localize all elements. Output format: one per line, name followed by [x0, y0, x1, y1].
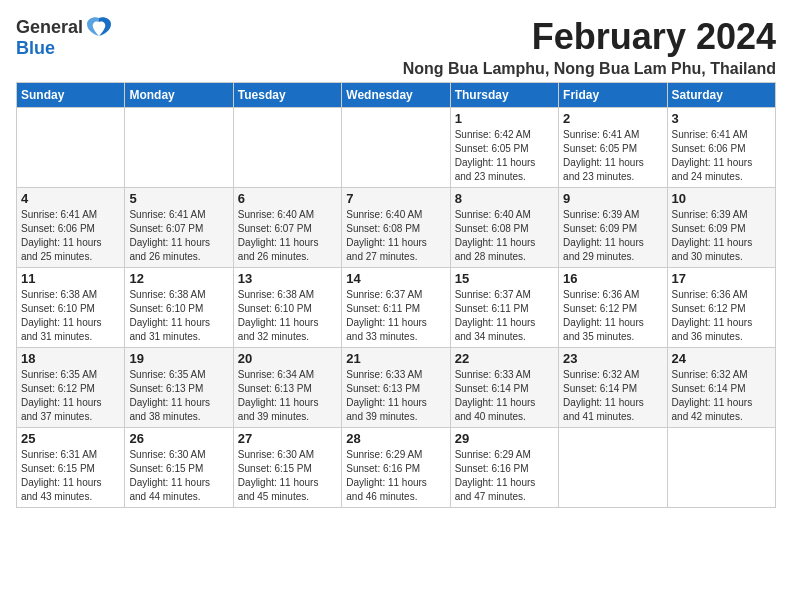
- cell-detail: Sunrise: 6:41 AM Sunset: 6:07 PM Dayligh…: [129, 208, 228, 264]
- day-number: 11: [21, 271, 120, 286]
- cell-detail: Sunrise: 6:38 AM Sunset: 6:10 PM Dayligh…: [129, 288, 228, 344]
- cell-content: 1Sunrise: 6:42 AM Sunset: 6:05 PM Daylig…: [455, 111, 554, 184]
- day-number: 25: [21, 431, 120, 446]
- day-number: 27: [238, 431, 337, 446]
- cell-content: 5Sunrise: 6:41 AM Sunset: 6:07 PM Daylig…: [129, 191, 228, 264]
- calendar-cell: [667, 428, 775, 508]
- cell-detail: Sunrise: 6:35 AM Sunset: 6:13 PM Dayligh…: [129, 368, 228, 424]
- cell-content: 19Sunrise: 6:35 AM Sunset: 6:13 PM Dayli…: [129, 351, 228, 424]
- calendar-row-0: 1Sunrise: 6:42 AM Sunset: 6:05 PM Daylig…: [17, 108, 776, 188]
- day-number: 7: [346, 191, 445, 206]
- cell-detail: Sunrise: 6:31 AM Sunset: 6:15 PM Dayligh…: [21, 448, 120, 504]
- weekday-header-thursday: Thursday: [450, 83, 558, 108]
- calendar-cell: 16Sunrise: 6:36 AM Sunset: 6:12 PM Dayli…: [559, 268, 667, 348]
- calendar-cell: 25Sunrise: 6:31 AM Sunset: 6:15 PM Dayli…: [17, 428, 125, 508]
- cell-detail: Sunrise: 6:39 AM Sunset: 6:09 PM Dayligh…: [672, 208, 771, 264]
- calendar-cell: [342, 108, 450, 188]
- main-title: February 2024: [113, 16, 776, 58]
- day-number: 2: [563, 111, 662, 126]
- calendar-cell: 29Sunrise: 6:29 AM Sunset: 6:16 PM Dayli…: [450, 428, 558, 508]
- day-number: 10: [672, 191, 771, 206]
- calendar-cell: 18Sunrise: 6:35 AM Sunset: 6:12 PM Dayli…: [17, 348, 125, 428]
- cell-detail: Sunrise: 6:29 AM Sunset: 6:16 PM Dayligh…: [346, 448, 445, 504]
- cell-content: 4Sunrise: 6:41 AM Sunset: 6:06 PM Daylig…: [21, 191, 120, 264]
- cell-detail: Sunrise: 6:38 AM Sunset: 6:10 PM Dayligh…: [21, 288, 120, 344]
- calendar-cell: 15Sunrise: 6:37 AM Sunset: 6:11 PM Dayli…: [450, 268, 558, 348]
- cell-content: 15Sunrise: 6:37 AM Sunset: 6:11 PM Dayli…: [455, 271, 554, 344]
- calendar-cell: 11Sunrise: 6:38 AM Sunset: 6:10 PM Dayli…: [17, 268, 125, 348]
- day-number: 8: [455, 191, 554, 206]
- calendar-cell: 13Sunrise: 6:38 AM Sunset: 6:10 PM Dayli…: [233, 268, 341, 348]
- logo-general: General: [16, 17, 83, 38]
- day-number: 23: [563, 351, 662, 366]
- day-number: 12: [129, 271, 228, 286]
- calendar-cell: 10Sunrise: 6:39 AM Sunset: 6:09 PM Dayli…: [667, 188, 775, 268]
- calendar-cell: 3Sunrise: 6:41 AM Sunset: 6:06 PM Daylig…: [667, 108, 775, 188]
- weekday-header-row: SundayMondayTuesdayWednesdayThursdayFrid…: [17, 83, 776, 108]
- cell-content: 14Sunrise: 6:37 AM Sunset: 6:11 PM Dayli…: [346, 271, 445, 344]
- cell-detail: Sunrise: 6:36 AM Sunset: 6:12 PM Dayligh…: [672, 288, 771, 344]
- day-number: 21: [346, 351, 445, 366]
- calendar-cell: 6Sunrise: 6:40 AM Sunset: 6:07 PM Daylig…: [233, 188, 341, 268]
- calendar-cell: 28Sunrise: 6:29 AM Sunset: 6:16 PM Dayli…: [342, 428, 450, 508]
- calendar-cell: 27Sunrise: 6:30 AM Sunset: 6:15 PM Dayli…: [233, 428, 341, 508]
- cell-content: 29Sunrise: 6:29 AM Sunset: 6:16 PM Dayli…: [455, 431, 554, 504]
- cell-detail: Sunrise: 6:40 AM Sunset: 6:07 PM Dayligh…: [238, 208, 337, 264]
- calendar-cell: 21Sunrise: 6:33 AM Sunset: 6:13 PM Dayli…: [342, 348, 450, 428]
- day-number: 26: [129, 431, 228, 446]
- cell-detail: Sunrise: 6:38 AM Sunset: 6:10 PM Dayligh…: [238, 288, 337, 344]
- weekday-header-friday: Friday: [559, 83, 667, 108]
- cell-detail: Sunrise: 6:42 AM Sunset: 6:05 PM Dayligh…: [455, 128, 554, 184]
- cell-content: 23Sunrise: 6:32 AM Sunset: 6:14 PM Dayli…: [563, 351, 662, 424]
- calendar-cell: 23Sunrise: 6:32 AM Sunset: 6:14 PM Dayli…: [559, 348, 667, 428]
- day-number: 4: [21, 191, 120, 206]
- cell-content: 2Sunrise: 6:41 AM Sunset: 6:05 PM Daylig…: [563, 111, 662, 184]
- day-number: 3: [672, 111, 771, 126]
- sub-title: Nong Bua Lamphu, Nong Bua Lam Phu, Thail…: [113, 60, 776, 78]
- cell-content: 17Sunrise: 6:36 AM Sunset: 6:12 PM Dayli…: [672, 271, 771, 344]
- cell-content: 21Sunrise: 6:33 AM Sunset: 6:13 PM Dayli…: [346, 351, 445, 424]
- day-number: 14: [346, 271, 445, 286]
- calendar-row-4: 25Sunrise: 6:31 AM Sunset: 6:15 PM Dayli…: [17, 428, 776, 508]
- calendar-cell: 4Sunrise: 6:41 AM Sunset: 6:06 PM Daylig…: [17, 188, 125, 268]
- calendar-cell: 17Sunrise: 6:36 AM Sunset: 6:12 PM Dayli…: [667, 268, 775, 348]
- cell-content: 26Sunrise: 6:30 AM Sunset: 6:15 PM Dayli…: [129, 431, 228, 504]
- cell-detail: Sunrise: 6:33 AM Sunset: 6:14 PM Dayligh…: [455, 368, 554, 424]
- header: General Blue February 2024 Nong Bua Lamp…: [16, 16, 776, 78]
- calendar-cell: 8Sunrise: 6:40 AM Sunset: 6:08 PM Daylig…: [450, 188, 558, 268]
- cell-content: 25Sunrise: 6:31 AM Sunset: 6:15 PM Dayli…: [21, 431, 120, 504]
- cell-content: 20Sunrise: 6:34 AM Sunset: 6:13 PM Dayli…: [238, 351, 337, 424]
- calendar-cell: [17, 108, 125, 188]
- calendar-cell: 7Sunrise: 6:40 AM Sunset: 6:08 PM Daylig…: [342, 188, 450, 268]
- cell-content: 10Sunrise: 6:39 AM Sunset: 6:09 PM Dayli…: [672, 191, 771, 264]
- weekday-header-monday: Monday: [125, 83, 233, 108]
- cell-detail: Sunrise: 6:37 AM Sunset: 6:11 PM Dayligh…: [455, 288, 554, 344]
- cell-detail: Sunrise: 6:41 AM Sunset: 6:05 PM Dayligh…: [563, 128, 662, 184]
- calendar-table: SundayMondayTuesdayWednesdayThursdayFrid…: [16, 82, 776, 508]
- cell-detail: Sunrise: 6:29 AM Sunset: 6:16 PM Dayligh…: [455, 448, 554, 504]
- cell-detail: Sunrise: 6:40 AM Sunset: 6:08 PM Dayligh…: [455, 208, 554, 264]
- cell-content: 27Sunrise: 6:30 AM Sunset: 6:15 PM Dayli…: [238, 431, 337, 504]
- calendar-cell: 9Sunrise: 6:39 AM Sunset: 6:09 PM Daylig…: [559, 188, 667, 268]
- weekday-header-tuesday: Tuesday: [233, 83, 341, 108]
- weekday-header-saturday: Saturday: [667, 83, 775, 108]
- calendar-cell: [559, 428, 667, 508]
- cell-content: 9Sunrise: 6:39 AM Sunset: 6:09 PM Daylig…: [563, 191, 662, 264]
- cell-content: 28Sunrise: 6:29 AM Sunset: 6:16 PM Dayli…: [346, 431, 445, 504]
- logo-blue: Blue: [16, 38, 55, 59]
- cell-detail: Sunrise: 6:40 AM Sunset: 6:08 PM Dayligh…: [346, 208, 445, 264]
- calendar-cell: 1Sunrise: 6:42 AM Sunset: 6:05 PM Daylig…: [450, 108, 558, 188]
- cell-detail: Sunrise: 6:39 AM Sunset: 6:09 PM Dayligh…: [563, 208, 662, 264]
- calendar-cell: [125, 108, 233, 188]
- logo-bird-icon: [85, 16, 113, 38]
- day-number: 6: [238, 191, 337, 206]
- day-number: 19: [129, 351, 228, 366]
- cell-content: 7Sunrise: 6:40 AM Sunset: 6:08 PM Daylig…: [346, 191, 445, 264]
- day-number: 9: [563, 191, 662, 206]
- day-number: 5: [129, 191, 228, 206]
- cell-content: 12Sunrise: 6:38 AM Sunset: 6:10 PM Dayli…: [129, 271, 228, 344]
- day-number: 24: [672, 351, 771, 366]
- cell-content: 6Sunrise: 6:40 AM Sunset: 6:07 PM Daylig…: [238, 191, 337, 264]
- calendar-cell: 24Sunrise: 6:32 AM Sunset: 6:14 PM Dayli…: [667, 348, 775, 428]
- calendar-cell: 12Sunrise: 6:38 AM Sunset: 6:10 PM Dayli…: [125, 268, 233, 348]
